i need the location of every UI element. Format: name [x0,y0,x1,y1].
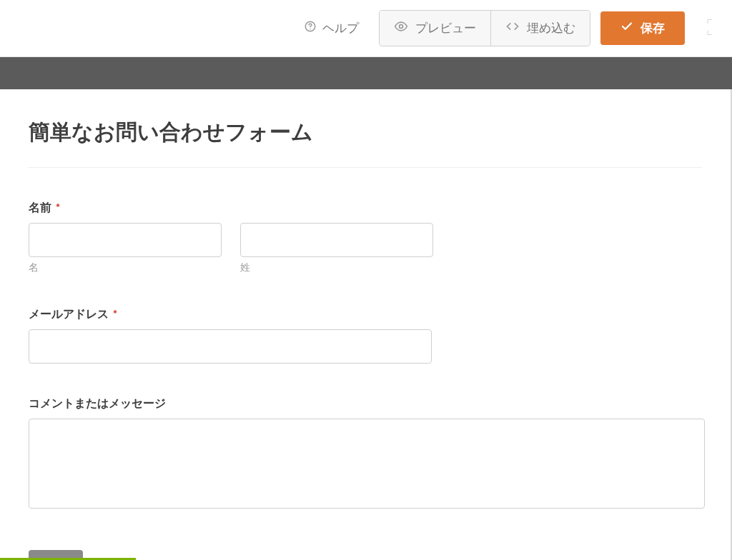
form-canvas: 簡単なお問い合わせフォーム 名前 * 名 姓 メールアドレス * コメントまたは… [0,89,732,560]
svg-point-1 [310,29,311,30]
message-textarea[interactable] [29,419,705,509]
name-first-wrap: 名 [29,223,222,274]
fullscreen-toggle[interactable] [695,17,723,40]
required-mark: * [113,308,117,319]
last-name-input[interactable] [240,223,433,257]
name-label-text: 名前 [29,201,51,214]
save-label: 保存 [640,20,665,36]
name-row: 名 姓 [29,223,702,274]
field-name: 名前 * 名 姓 [29,201,702,274]
fullscreen-icon [705,17,721,40]
help-link[interactable]: ヘルプ [294,20,369,36]
email-input[interactable] [29,329,432,364]
email-label-text: メールアドレス [29,308,109,320]
eye-icon [394,19,408,37]
name-last-wrap: 姓 [240,223,433,274]
first-name-sublabel: 名 [29,261,222,274]
help-label: ヘルプ [322,20,359,36]
code-icon [505,19,520,37]
save-button[interactable]: 保存 [600,11,685,45]
toolbar-button-group: プレビュー 埋め込む [379,10,590,46]
embed-button[interactable]: 埋め込む [490,11,590,46]
field-message: コメントまたはメッセージ [29,396,702,511]
message-label-text: コメントまたはメッセージ [29,397,166,409]
preview-button[interactable]: プレビュー [380,11,490,46]
preview-label: プレビュー [415,20,476,36]
svg-point-2 [400,25,403,29]
first-name-input[interactable] [29,223,222,257]
form-title: 簡単なお問い合わせフォーム [29,118,702,168]
editor-topbar: ヘルプ プレビュー 埋め込む [0,0,732,57]
required-mark: * [56,201,59,212]
field-message-label: コメントまたはメッセージ [29,396,702,411]
topbar-actions: ヘルプ プレビュー 埋め込む [294,10,723,46]
embed-label: 埋め込む [527,20,575,36]
field-email-label: メールアドレス * [29,307,702,322]
backdrop-band [0,57,732,89]
check-icon [620,20,633,36]
field-name-label: 名前 * [29,201,702,216]
field-email: メールアドレス * [29,307,702,364]
last-name-sublabel: 姓 [240,261,433,274]
question-circle-icon [304,20,317,36]
